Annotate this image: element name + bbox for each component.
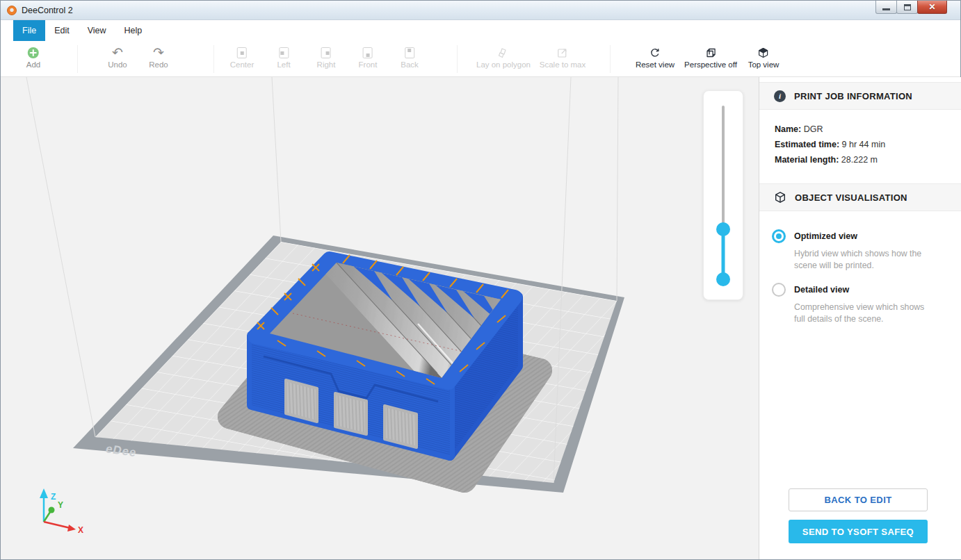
view-back-button[interactable]: Back [401,46,419,69]
title-bar: DeeControl 2 ✕ [1,1,960,20]
reset-view-button[interactable]: Reset view [636,46,675,69]
add-label: Add [26,60,40,69]
top-view-icon [748,46,780,59]
close-icon: ✕ [928,1,935,13]
view-front-button[interactable]: Front [359,46,378,69]
visualisation-title: OBJECT VISUALISATION [795,192,907,203]
optimized-view-label: Optimized view [794,229,949,243]
layer-slider-lower-handle[interactable] [716,272,730,286]
undo-label: Undo [108,60,127,69]
perspective-off-label: Perspective off [684,60,737,69]
info-icon: i [774,90,786,102]
menu-help[interactable]: Help [115,20,152,41]
view-center-label: Center [230,60,255,69]
perspective-off-icon [684,46,737,59]
reset-view-icon [636,46,675,59]
undo-button[interactable]: ↶ Undo [108,46,127,69]
lay-on-polygon-icon [476,46,531,59]
print-job-material-row: Material length: 28.222 m [775,152,885,167]
estimated-time-value: 9 hr 44 min [842,140,886,149]
toolbar-separator [213,45,214,73]
detailed-view-label: Detailed view [794,283,949,297]
undo-icon: ↶ [108,46,127,59]
perspective-off-button[interactable]: Perspective off [684,46,737,69]
redo-label: Redo [149,60,168,69]
maximize-icon [904,4,911,10]
top-view-label: Top view [748,60,780,69]
print-job-info: Name: DGR Estimated time: 9 hr 44 min Ma… [775,122,885,167]
lay-on-polygon-button[interactable]: Lay on polygon [476,46,531,69]
toolbar-separator [77,45,78,73]
app-window: DeeControl 2 ✕ File Edit View Help Add ↶… [0,0,961,560]
view-left-icon [277,46,290,59]
send-to-safeq-button[interactable]: SEND TO YSOFT SAFEQ [789,520,928,543]
view-back-label: Back [401,60,419,69]
toolbar-separator [610,45,611,73]
menu-bar: File Edit View Help [1,20,960,41]
view-front-label: Front [359,60,378,69]
lay-on-polygon-label: Lay on polygon [476,60,531,69]
view-right-label: Right [317,60,336,69]
option-detailed-view[interactable]: Detailed view Comprehensive view which s… [772,283,949,325]
view-center-button[interactable]: Center [230,46,255,69]
side-panel: i PRINT JOB INFORMATION Name: DGR Estima… [759,77,961,559]
maximize-button[interactable] [896,1,918,14]
axis-gizmo: Z Y X [40,488,83,535]
window-title: DeeControl 2 [22,6,73,15]
name-value: DGR [804,124,823,134]
visualisation-section-header: OBJECT VISUALISATION [759,183,961,211]
x-axis-arrow [67,525,76,532]
layer-slider-upper-handle[interactable] [716,222,730,236]
view-front-icon [359,46,378,59]
print-job-time-row: Estimated time: 9 hr 44 min [775,137,885,152]
y-axis-arrow [49,507,55,513]
material-length-label: Material length: [775,155,839,165]
toolbar-separator [457,45,458,73]
add-button[interactable]: Add [26,46,40,69]
option-optimized-view[interactable]: Optimized view Hybrid view which shows h… [772,229,949,272]
view-left-label: Left [277,60,290,69]
print-job-section-header: i PRINT JOB INFORMATION [759,82,961,110]
add-plus-icon [26,46,40,59]
print-job-name-row: Name: DGR [775,122,885,137]
view-right-icon [317,46,336,59]
app-icon [7,6,17,15]
scale-to-max-button[interactable]: Scale to max [540,46,586,69]
window-controls: ✕ [876,1,947,14]
material-length-value: 28.222 m [841,155,878,165]
view-center-icon [230,46,255,59]
optimized-view-radio[interactable] [772,229,786,243]
menu-file[interactable]: File [13,20,45,41]
scale-to-max-icon [540,46,586,59]
layer-slider[interactable] [703,90,743,300]
top-view-button[interactable]: Top view [748,46,780,69]
z-axis-label: Z [51,492,56,502]
redo-icon: ↷ [149,46,168,59]
minimize-button[interactable] [875,1,897,14]
detailed-view-radio[interactable] [772,283,786,297]
view-back-icon [401,46,419,59]
toolbar: Add ↶ Undo ↷ Redo Center Left Right Fron… [1,41,960,77]
scene-3d[interactable]: eDee [1,77,759,560]
print-job-title: PRINT JOB INFORMATION [794,91,912,101]
x-axis-label: X [78,525,83,535]
viewport-3d[interactable]: eDee [1,77,759,559]
menu-edit[interactable]: Edit [45,20,79,41]
close-button[interactable]: ✕ [917,1,947,14]
y-axis-label: Y [58,500,63,510]
optimized-view-description: Hybrid view which shows how the scene wi… [794,248,930,272]
reset-view-label: Reset view [636,60,675,69]
redo-button[interactable]: ↷ Redo [149,46,168,69]
estimated-time-label: Estimated time: [775,140,839,149]
name-label: Name: [775,124,801,134]
z-axis-arrow [40,488,48,498]
view-left-button[interactable]: Left [277,46,290,69]
minimize-icon [882,8,890,10]
menu-view[interactable]: View [79,20,115,41]
scale-to-max-label: Scale to max [540,60,586,69]
back-to-edit-button[interactable]: BACK TO EDIT [789,488,928,511]
cube-icon [774,191,786,204]
view-right-button[interactable]: Right [317,46,336,69]
detailed-view-description: Comprehensive view which shows full deta… [794,302,930,325]
